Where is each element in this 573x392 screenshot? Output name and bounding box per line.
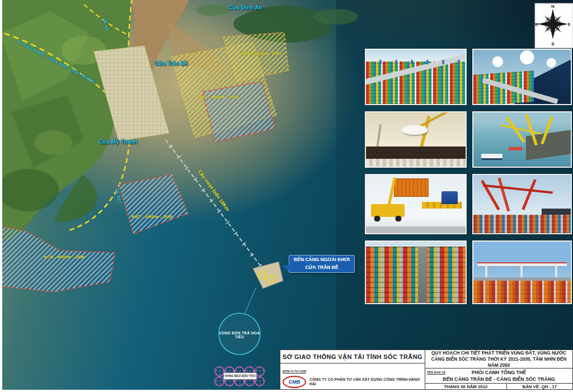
photo3-ship-hull [366,147,466,159]
photo5-truck-cab [442,191,457,204]
photo-reach-stacker-truck [365,174,467,234]
photo1-cranes [366,60,466,64]
project-title-cell: QUY HOẠCH CHI TIẾT PHÁT TRIỂN VÙNG ĐẤT, … [425,350,572,369]
project-line1: QUY HOẠCH CHI TIẾT PHÁT TRIỂN VÙNG ĐẤT, … [431,350,566,356]
drawing-title1: PHỐI CẢNH TỔNG THỂ [425,369,572,376]
photo-red-gantry-cranes [472,174,572,234]
consultant-cell: ĐƠN VỊ TƯ VẤN CMB CÔNG TY CỔ PHẦN TƯ VẤN… [280,363,425,389]
page-border-bottom [0,390,573,392]
cmb-logo: CMB [283,376,306,388]
photo-terminal-render-2 [472,49,572,105]
photo-harbor-yellow-cranes [472,111,572,168]
title-block: SỞ GIAO THÔNG VẬN TẢI TỈNH SÓC TRĂNG ĐƠN… [280,350,573,390]
zone-label-2: GĐ1 - 4000ha - 2030 [185,95,252,99]
photo-bulk-cargo-cranes [365,111,467,168]
photo5-road [366,226,466,233]
drawing-label: TÊN BẢN VẼ [427,369,445,376]
consultant-label: ĐƠN VỊ TƯ VẤN [283,370,306,373]
project-line2: CẢNG BIỂN SÓC TRĂNG THỜI KỲ 2021-2030, T… [425,356,572,369]
photo4-boat1 [481,154,502,160]
photo8-stacks [473,281,571,303]
reference-photo-grid [365,49,572,304]
page-border-left [0,0,2,392]
compass-w: W [535,22,539,26]
zone-label-1: GĐ2 - 2000ha - 2050 [231,51,292,55]
sheet-number: BẢN VẼ: QH - 17 [507,384,572,389]
photo5-container [394,178,429,197]
photo3-cargo-lift [402,125,428,134]
title-block-left: SỞ GIAO THÔNG VẬN TẢI TỈNH SÓC TRĂNG ĐƠN… [280,350,425,389]
compass-n: N [551,4,555,9]
plan-drawing-page: N S W E Cửa Định An Cửa Trần Đề Cửa Mỹ T… [0,0,573,392]
callout-line1: BẾN CẢNG NGOÀI KHƠI [289,256,354,263]
zone-label-4: KCN - 4000ha - 2050 [34,255,95,259]
drawing-date: THÁNG 06 NĂM 2022 [425,384,507,389]
photo5-stacker-body [371,204,405,217]
photo-container-stacks [365,240,467,304]
photo5-wheels [373,216,402,221]
photo-container-yard-rmg [472,240,572,304]
label-cua-dinh-an: Cửa Định An [228,4,262,11]
compass-e: E [568,22,571,26]
pilot-zone-label: VÙNG ĐÓN TRẢ HOA TIÊU [219,331,260,339]
agency-name: SỞ GIAO THÔNG VẬN TẢI TỈNH SÓC TRĂNG [280,350,425,363]
label-cua-my-thanh: Cửa Mỹ Thanh [98,139,137,145]
photo7-containers [366,242,466,303]
drawing-title2: BẾN CẢNG TRẦN ĐỀ - CẢNG BIỂN SÓC TRĂNG [425,376,572,382]
photo7-aisle [418,242,427,303]
offshore-port-symbol [245,262,283,313]
zone-label-3: KĐT - 1000ha - 2030 [124,215,180,219]
photo3-sacks [366,159,466,167]
anchorage-label: VÙNG NEO ĐẬU TÀU [223,372,257,380]
title-block-bottom-row: THÁNG 06 NĂM 2022 BẢN VẼ: QH - 17 [425,384,572,389]
drawing-name-cell: TÊN BẢN VẼ PHỐI CẢNH TỔNG THỂ BẾN CẢNG T… [425,369,572,384]
compass-s: S [551,41,555,46]
photo6-stacks [473,215,571,233]
photo8-lane [473,277,571,281]
compass-rose-icon: N S W E [535,3,573,48]
title-block-right: QUY HOẠCH CHI TIẾT PHÁT TRIỂN VÙNG ĐẤT, … [425,350,572,389]
land-shape [0,0,131,243]
consultant-name: CÔNG TY CỔ PHẦN TƯ VẤN XÂY DỰNG CÔNG TRÌ… [309,377,422,386]
offshore-port-callout: BẾN CẢNG NGOÀI KHƠI CỬA TRẦN ĐỀ [289,255,355,273]
photo7-skyline [366,242,466,247]
label-cua-tran-de: Cửa Trần Đề [154,60,187,67]
photo4-boat2 [509,147,522,150]
callout-line2: CỬA TRẦN ĐỀ [289,263,354,271]
photo-terminal-render-1 [365,49,467,105]
